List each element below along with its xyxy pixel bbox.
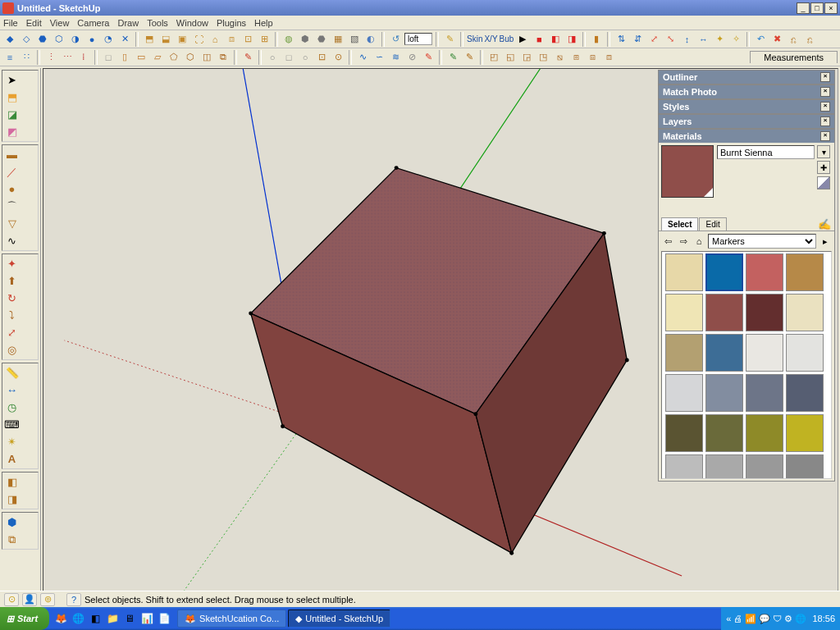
bub-label[interactable]: Bub — [500, 34, 514, 43]
rotate-tool-icon[interactable]: ↻ — [3, 290, 21, 307]
nav-back-icon[interactable]: ⇦ — [661, 235, 674, 248]
3dtext-tool-icon[interactable]: A — [3, 450, 21, 468]
menu-file[interactable]: File — [3, 18, 18, 28]
tool-icon[interactable]: ▧ — [347, 32, 362, 47]
tray-icon[interactable]: 🛡 — [773, 614, 782, 623]
axes-tool-icon[interactable]: ✴ — [3, 433, 21, 450]
tool-icon[interactable]: ≋ — [388, 50, 403, 65]
tool-icon[interactable]: ▯ — [117, 50, 132, 65]
material-swatch[interactable] — [665, 253, 703, 291]
follow-tool-icon[interactable]: ⤵ — [3, 307, 21, 324]
material-swatch[interactable] — [705, 253, 743, 291]
tool-icon[interactable]: ⬒ — [142, 32, 157, 47]
material-swatch[interactable] — [665, 454, 703, 479]
protractor-tool-icon[interactable]: ◷ — [3, 399, 21, 416]
tool-icon[interactable]: ⎌ — [802, 32, 817, 47]
default-material-icon[interactable] — [817, 176, 830, 189]
minimize-button[interactable]: _ — [797, 2, 810, 14]
tool-icon[interactable]: ○ — [265, 50, 280, 65]
menu-edit[interactable]: Edit — [26, 18, 42, 28]
tool-icon[interactable]: ⧅ — [552, 50, 567, 65]
move-tool-icon[interactable]: ✦ — [3, 255, 21, 272]
tool-icon[interactable]: ⬢ — [298, 32, 313, 47]
tool-icon[interactable]: ⋯ — [60, 50, 75, 65]
measurements-tab[interactable]: Measurements — [750, 51, 838, 63]
paint-tool-icon[interactable]: ⬒ — [3, 89, 21, 106]
tool-icon[interactable]: ▭ — [134, 50, 148, 65]
tool-icon[interactable]: ⊙ — [331, 50, 345, 65]
panel-layers[interactable]: Layers× — [658, 114, 835, 129]
material-swatch[interactable] — [665, 294, 703, 331]
material-swatch[interactable] — [705, 374, 743, 412]
panel-styles[interactable]: Styles× — [658, 99, 835, 114]
tool-icon[interactable]: ▱ — [150, 50, 165, 65]
play-icon[interactable]: ▶ — [515, 32, 530, 47]
ql-icon[interactable]: 📁 — [104, 609, 121, 628]
material-swatch[interactable] — [746, 454, 783, 479]
nav-fwd-icon[interactable]: ⇨ — [677, 235, 690, 248]
material-swatch[interactable] — [786, 334, 824, 372]
tool-icon[interactable]: ⬣ — [314, 32, 329, 47]
tool-icon[interactable]: ⬓ — [158, 32, 173, 47]
tool-icon[interactable]: ⊞ — [257, 32, 272, 47]
tool-icon[interactable]: ∿ — [355, 50, 370, 65]
tool-icon[interactable]: ∽ — [372, 50, 386, 65]
xy-label[interactable]: X/Y — [484, 34, 497, 43]
tool-icon[interactable]: ↕ — [679, 32, 694, 47]
material-swatch[interactable] — [786, 454, 824, 479]
scale-tool-icon[interactable]: ⤢ — [3, 324, 21, 341]
eraser-tool-icon[interactable]: ◪ — [3, 106, 21, 123]
help-icon[interactable]: ? — [66, 593, 81, 606]
tool-icon[interactable]: ⁞ — [76, 50, 91, 65]
menu-window[interactable]: Window — [176, 18, 208, 28]
material-library-select[interactable]: Markers — [708, 234, 816, 249]
panel-outliner[interactable]: Outliner× — [658, 70, 835, 84]
tool-icon[interactable]: ⎌ — [786, 32, 801, 47]
tool-icon[interactable]: ⬡ — [183, 50, 198, 65]
tool-icon[interactable]: ✖ — [769, 32, 784, 47]
close-icon[interactable]: × — [820, 87, 830, 97]
taskbar-app[interactable]: ◆Untitled - SketchUp — [288, 609, 390, 628]
eraser2-tool-icon[interactable]: ◩ — [3, 123, 21, 140]
section-tool-icon[interactable]: ◧ — [3, 473, 21, 491]
menu-tools[interactable]: Tools — [147, 18, 168, 28]
loft-input[interactable]: loft — [404, 33, 432, 45]
close-icon[interactable]: × — [820, 116, 830, 126]
nav-home-icon[interactable]: ⌂ — [692, 235, 705, 248]
ql-icon[interactable]: 📄 — [156, 609, 172, 628]
tool-icon[interactable]: □ — [281, 50, 296, 65]
arc-tool-icon[interactable]: ⌒ — [3, 198, 21, 215]
tool-icon[interactable]: ▦ — [331, 32, 345, 47]
extra-tool-icon[interactable]: ⧉ — [3, 531, 21, 548]
select-tool-icon[interactable]: ➤ — [3, 71, 21, 89]
tool-icon[interactable]: ⇵ — [630, 32, 645, 47]
tool-icon[interactable]: ⊡ — [240, 32, 255, 47]
tool-icon[interactable]: ⤢ — [646, 32, 661, 47]
extra-tool-icon[interactable]: ⬢ — [3, 514, 21, 531]
material-swatch[interactable] — [705, 294, 743, 331]
poly-tool-icon[interactable]: ▽ — [3, 215, 21, 232]
dim-tool-icon[interactable]: ↔ — [3, 381, 21, 399]
material-swatch[interactable] — [665, 374, 703, 412]
material-swatch[interactable] — [705, 414, 743, 452]
library-menu-icon[interactable]: ▸ — [819, 235, 832, 248]
tool-icon[interactable]: ⇅ — [614, 32, 628, 47]
tool-icon[interactable]: ✎ — [421, 50, 436, 65]
tool-icon[interactable]: ✎ — [462, 50, 477, 65]
tool-icon[interactable]: ≡ — [2, 50, 17, 65]
menu-help[interactable]: Help — [254, 18, 273, 28]
material-swatch[interactable] — [786, 374, 824, 412]
panel-match-photo[interactable]: Match Photo× — [658, 84, 835, 99]
push-tool-icon[interactable]: ⬆ — [3, 272, 21, 290]
tool-icon[interactable]: ⛶ — [191, 32, 206, 47]
tray-expand-icon[interactable]: « — [726, 614, 731, 623]
material-swatch[interactable] — [665, 414, 703, 452]
tool-icon[interactable]: ⧆ — [568, 50, 583, 65]
ql-icon[interactable]: 🦊 — [52, 609, 69, 628]
tool-icon[interactable]: ⧈ — [601, 50, 616, 65]
tool-icon[interactable]: ◔ — [101, 32, 116, 47]
material-swatch[interactable] — [786, 294, 824, 331]
menu-plugins[interactable]: Plugins — [217, 18, 246, 28]
tool-icon[interactable]: ✕ — [117, 32, 132, 47]
tool-icon[interactable]: ◍ — [281, 32, 296, 47]
